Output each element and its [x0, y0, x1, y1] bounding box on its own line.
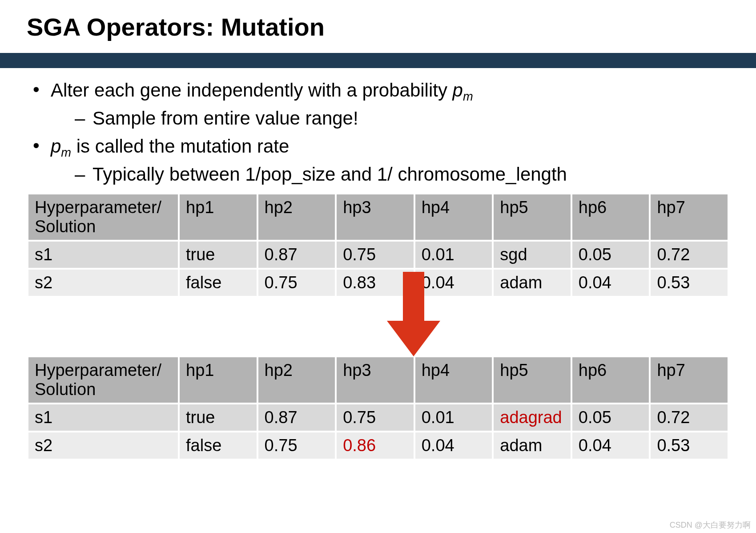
- table-row: s1 true 0.87 0.75 0.01 adagrad 0.05 0.72: [28, 404, 728, 432]
- td: true: [179, 404, 257, 432]
- td: 0.75: [336, 404, 414, 432]
- th: hp1: [179, 194, 257, 241]
- th: hp4: [414, 194, 493, 241]
- slide-title: SGA Operators: Mutation: [0, 0, 756, 41]
- td: s2: [28, 269, 179, 297]
- sub-bullet-list-2: Typically between 1/pop_size and 1/ chro…: [51, 162, 729, 187]
- th: hp4: [414, 356, 493, 404]
- table-before: Hyperparameter/ Solution hp1 hp2 hp3 hp4…: [27, 193, 729, 298]
- td: 0.01: [414, 241, 493, 269]
- pm-m-2: m: [61, 145, 71, 159]
- bullet-list: Alter each gene independently with a pro…: [27, 78, 729, 187]
- down-arrow-icon: [387, 272, 440, 356]
- td: sgd: [493, 241, 571, 269]
- td: 0.01: [414, 404, 493, 432]
- bullet-1: Alter each gene independently with a pro…: [27, 78, 729, 131]
- th: hp7: [650, 356, 728, 404]
- td: 0.72: [650, 404, 728, 432]
- td: 0.75: [257, 432, 336, 460]
- table-row: s1 true 0.87 0.75 0.01 sgd 0.05 0.72: [28, 241, 728, 269]
- pm-symbol: pm: [453, 80, 473, 101]
- td: 0.05: [571, 404, 650, 432]
- th: hp7: [650, 194, 728, 241]
- table-after: Hyperparameter/ Solution hp1 hp2 hp3 hp4…: [27, 355, 729, 460]
- td: 0.04: [414, 432, 493, 460]
- td: 0.75: [257, 269, 336, 297]
- th: Hyperparameter/ Solution: [28, 356, 179, 404]
- td: 0.87: [257, 241, 336, 269]
- content-area: Alter each gene independently with a pro…: [0, 68, 756, 460]
- title-underline-bar: [0, 53, 756, 68]
- td: adam: [493, 269, 571, 297]
- th: hp6: [571, 194, 650, 241]
- bullet-2: pm is called the mutation rate Typically…: [27, 134, 729, 187]
- td: s1: [28, 404, 179, 432]
- watermark: CSDN @大白要努力啊: [670, 520, 751, 530]
- th: hp2: [257, 194, 336, 241]
- td-mutated: adagrad: [493, 404, 571, 432]
- pm-symbol-2: pm: [51, 136, 71, 157]
- th: hp5: [493, 194, 571, 241]
- td: 0.04: [571, 432, 650, 460]
- th: Hyperparameter/ Solution: [28, 194, 179, 241]
- td: 0.04: [571, 269, 650, 297]
- td: 0.53: [650, 269, 728, 297]
- td: true: [179, 241, 257, 269]
- td: 0.53: [650, 432, 728, 460]
- td: 0.75: [336, 241, 414, 269]
- th: hp3: [336, 356, 414, 404]
- table-header-row: Hyperparameter/ Solution hp1 hp2 hp3 hp4…: [28, 194, 728, 241]
- pm-p: p: [453, 80, 463, 101]
- th: hp3: [336, 194, 414, 241]
- bullet-2-text-post: is called the mutation rate: [71, 136, 289, 157]
- arrow-gap: [27, 298, 729, 355]
- td: s1: [28, 241, 179, 269]
- th: hp2: [257, 356, 336, 404]
- tables-container: Hyperparameter/ Solution hp1 hp2 hp3 hp4…: [27, 193, 729, 460]
- pm-p-2: p: [51, 136, 61, 157]
- td: 0.05: [571, 241, 650, 269]
- td: false: [179, 432, 257, 460]
- td: adam: [493, 432, 571, 460]
- sub-bullet-1: Sample from entire value range!: [75, 106, 729, 131]
- table-row: s2 false 0.75 0.86 0.04 adam 0.04 0.53: [28, 432, 728, 460]
- th: hp1: [179, 356, 257, 404]
- td: 0.87: [257, 404, 336, 432]
- sub-bullet-list-1: Sample from entire value range!: [51, 106, 729, 131]
- th: hp6: [571, 356, 650, 404]
- td: false: [179, 269, 257, 297]
- table-row: s2 false 0.75 0.83 0.04 adam 0.04 0.53: [28, 269, 728, 297]
- svg-marker-0: [387, 272, 440, 356]
- td: s2: [28, 432, 179, 460]
- th: hp5: [493, 356, 571, 404]
- sub-bullet-2: Typically between 1/pop_size and 1/ chro…: [75, 162, 729, 187]
- td: 0.72: [650, 241, 728, 269]
- bullet-1-text-pre: Alter each gene independently with a pro…: [51, 80, 453, 101]
- pm-m: m: [463, 89, 473, 103]
- table-header-row: Hyperparameter/ Solution hp1 hp2 hp3 hp4…: [28, 356, 728, 404]
- td-mutated: 0.86: [336, 432, 414, 460]
